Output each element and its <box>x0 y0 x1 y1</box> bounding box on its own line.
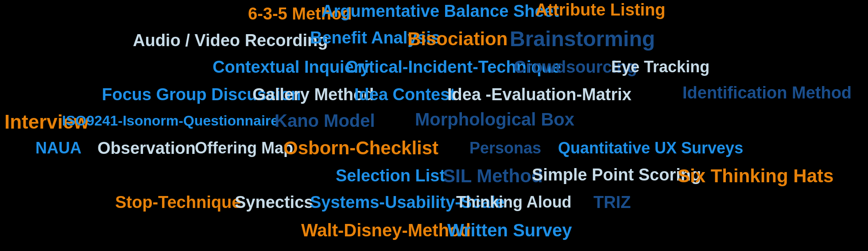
word-observation[interactable]: Observation <box>97 139 196 158</box>
word-iso9241[interactable]: ISO9241-Isonorm-Questionnaire <box>62 113 279 129</box>
word-quantitative-ux-surveys[interactable]: Quantitative UX Surveys <box>558 139 743 157</box>
word-six-thinking-hats[interactable]: Six Thinking Hats <box>678 165 833 187</box>
word-cloud: 6-3-5 MethodArgumentative Balance SheetA… <box>0 0 868 251</box>
word-audio-video-recording[interactable]: Audio / Video Recording <box>133 31 328 50</box>
word-simple-point-scoring[interactable]: Simple Point Scoring <box>532 165 701 184</box>
word-personas[interactable]: Personas <box>469 139 541 157</box>
word-sil-method[interactable]: SIL Method <box>443 165 543 187</box>
word-osborn-checklist[interactable]: Osborn-Checklist <box>283 137 438 159</box>
word-offering-map[interactable]: Offering Map <box>195 139 293 157</box>
word-stop-technique[interactable]: Stop-Technique <box>115 193 241 212</box>
word-identification-method[interactable]: Identification Method <box>682 83 852 102</box>
word-brainstorming[interactable]: Brainstorming <box>510 27 655 51</box>
word-synectics[interactable]: Synectics <box>235 193 313 212</box>
word-walt-disney-method[interactable]: Walt-Disney-Method <box>301 220 471 240</box>
word-bisociation[interactable]: Bisociation <box>407 28 508 50</box>
word-triz[interactable]: TRIZ <box>593 193 631 212</box>
word-thinking-aloud[interactable]: Thinking Aloud <box>456 193 572 212</box>
word-idea-evaluation-matrix[interactable]: Idea -Evaluation-Matrix <box>447 85 632 104</box>
word-selection-list[interactable]: Selection List <box>336 166 445 185</box>
word-attribute-listing[interactable]: Attribute Listing <box>535 0 665 20</box>
word-written-survey[interactable]: Written Survey <box>447 220 572 240</box>
word-idea-contest[interactable]: Idea Contest <box>354 85 455 104</box>
word-kano-model[interactable]: Kano Model <box>275 111 375 131</box>
word-morphological-box[interactable]: Morphological Box <box>415 110 574 129</box>
word-naua[interactable]: NAUA <box>35 139 81 157</box>
word-argumentative-balance-sheet[interactable]: Argumentative Balance Sheet <box>322 2 559 21</box>
word-eye-tracking[interactable]: Eye Tracking <box>611 58 709 76</box>
